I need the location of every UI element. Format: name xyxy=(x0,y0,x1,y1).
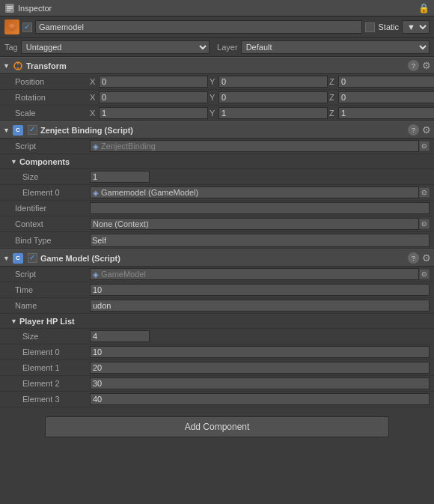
zenject-element0-row: Element 0 ◈ Gamemodel (GameModel) ⊙ xyxy=(0,185,434,201)
x-label: X xyxy=(90,77,97,86)
hp-element3-row: Element 3 xyxy=(0,392,434,407)
gamemodel-script-ref: ◈ GameModel xyxy=(90,268,419,280)
context-dot-button[interactable]: ⊙ xyxy=(419,219,430,229)
gamemodel-help-button[interactable]: ? xyxy=(408,252,419,264)
gamemodel-section-header: ▼ C Game Model (Script) ? ⚙ xyxy=(0,249,434,267)
hp-element1-label: Element 1 xyxy=(22,363,90,372)
zenject-help-button[interactable]: ? xyxy=(408,124,419,136)
scale-x-input[interactable] xyxy=(99,107,208,119)
zenject-element0-value: Gamemodel (GameModel) xyxy=(101,188,198,197)
cube-icon xyxy=(7,22,17,32)
static-dropdown[interactable]: ▼ xyxy=(402,20,430,34)
zenject-element0-label: Element 0 xyxy=(22,188,90,197)
go-active-checkbox[interactable] xyxy=(22,22,32,32)
go-name-input[interactable] xyxy=(35,20,362,34)
zenject-element0-dot-button[interactable]: ⊙ xyxy=(419,187,430,198)
zenject-size-row: Size xyxy=(0,169,434,185)
identifier-input[interactable] xyxy=(90,202,430,214)
gamemodel-active-checkbox[interactable] xyxy=(28,253,37,263)
rotation-xyz: X Y Z xyxy=(90,91,434,103)
hp-element3-input[interactable] xyxy=(90,393,430,405)
identifier-row: Identifier xyxy=(0,201,434,216)
rotation-label: Rotation xyxy=(15,93,90,102)
bind-type-dropdown[interactable]: Self AllInterfaces AllInterfacesAndSelf … xyxy=(90,234,430,247)
gamemodel-arrow[interactable]: ▼ xyxy=(3,255,10,262)
hp-element1-row: Element 1 xyxy=(0,360,434,376)
hp-list-arrow[interactable]: ▼ xyxy=(10,318,17,325)
tag-layer-row: Tag Untagged Layer Default xyxy=(0,38,434,57)
hp-element2-input[interactable] xyxy=(90,377,430,389)
ry-label: Y xyxy=(210,93,217,102)
zenject-script-ref: ◈ ZenjectBinding xyxy=(90,140,419,152)
zenject-script-dot-button[interactable]: ⊙ xyxy=(419,141,430,151)
title-bar-text: Inspector xyxy=(18,4,52,13)
gamemodel-gear-button[interactable]: ⚙ xyxy=(422,252,431,264)
zenject-gear-button[interactable]: ⚙ xyxy=(422,124,431,136)
position-z-input[interactable] xyxy=(338,76,434,88)
scale-row: Scale X Y Z xyxy=(0,106,434,121)
hp-size-row: Size xyxy=(0,329,434,344)
rotation-y-input[interactable] xyxy=(218,91,328,103)
context-row: Context None (Context) ⊙ xyxy=(0,216,434,232)
element0-icon: ◈ xyxy=(93,189,99,197)
hp-element0-input[interactable] xyxy=(90,346,430,358)
zenject-script-row: Script ◈ ZenjectBinding ⊙ xyxy=(0,139,434,154)
zenject-arrow[interactable]: ▼ xyxy=(3,127,10,134)
name-input[interactable] xyxy=(90,300,430,312)
svg-rect-3 xyxy=(7,10,10,11)
zenject-script-icon: ◈ xyxy=(93,142,99,151)
rx-label: X xyxy=(90,93,97,102)
scale-label: Scale xyxy=(15,109,90,118)
hp-element3-label: Element 3 xyxy=(22,395,90,404)
gamemodel-script-value: GameModel xyxy=(101,270,146,279)
context-value: None (Context) xyxy=(93,219,149,228)
position-y-input[interactable] xyxy=(218,76,328,88)
gamemodel-script-dot-button[interactable]: ⊙ xyxy=(419,269,430,279)
add-component-area: Add Component xyxy=(0,407,434,446)
time-input[interactable] xyxy=(90,284,430,296)
scale-y-input[interactable] xyxy=(218,107,328,119)
static-checkbox[interactable] xyxy=(365,22,375,32)
scale-z-input[interactable] xyxy=(338,107,434,119)
tag-dropdown[interactable]: Untagged xyxy=(21,40,210,54)
y-label: Y xyxy=(210,77,217,86)
svg-rect-1 xyxy=(7,6,13,7)
layer-dropdown[interactable]: Default xyxy=(241,40,430,54)
time-label: Time xyxy=(15,285,90,294)
bind-type-label: Bind Type xyxy=(15,236,90,245)
go-header: Static ▼ xyxy=(0,16,434,38)
gamemodel-title: Game Model (Script) xyxy=(40,254,405,263)
rotation-z-input[interactable] xyxy=(338,91,434,103)
layer-label: Layer xyxy=(217,43,238,52)
position-row: Position X Y Z xyxy=(0,74,434,90)
gamemodel-script-label: Script xyxy=(15,270,90,279)
zenject-element0-ref: ◈ Gamemodel (GameModel) xyxy=(90,186,419,198)
hp-element1-input[interactable] xyxy=(90,362,430,374)
player-hp-list-subsection: ▼ Player HP List xyxy=(0,314,434,329)
inspector-icon xyxy=(4,3,15,13)
rz-label: Z xyxy=(329,93,337,102)
transform-arrow[interactable]: ▼ xyxy=(3,62,10,70)
hp-size-input[interactable] xyxy=(90,330,150,342)
sx-label: X xyxy=(90,109,97,118)
add-component-button[interactable]: Add Component xyxy=(45,416,389,437)
rotation-row: Rotation X Y Z xyxy=(0,90,434,106)
gamemodel-icon: C xyxy=(13,253,23,264)
rotation-x-input[interactable] xyxy=(99,91,208,103)
name-label: Name xyxy=(15,301,90,310)
transform-icon xyxy=(13,61,23,71)
sy-label: Y xyxy=(210,109,217,118)
position-x-input[interactable] xyxy=(99,76,208,88)
context-label: Context xyxy=(15,219,90,228)
components-arrow[interactable]: ▼ xyxy=(10,158,17,166)
sz-label: Z xyxy=(329,109,337,118)
static-label: Static xyxy=(378,22,399,31)
hp-element0-label: Element 0 xyxy=(22,347,90,356)
zenject-size-input[interactable] xyxy=(90,171,150,183)
zenject-active-checkbox[interactable] xyxy=(28,125,37,135)
transform-gear-button[interactable]: ⚙ xyxy=(422,60,431,71)
inspector-body: Static ▼ Tag Untagged Layer Default ▼ Tr… xyxy=(0,16,434,504)
components-title: Components xyxy=(19,157,70,166)
zenject-title: Zenject Binding (Script) xyxy=(40,126,405,135)
transform-help-button[interactable]: ? xyxy=(408,60,419,71)
